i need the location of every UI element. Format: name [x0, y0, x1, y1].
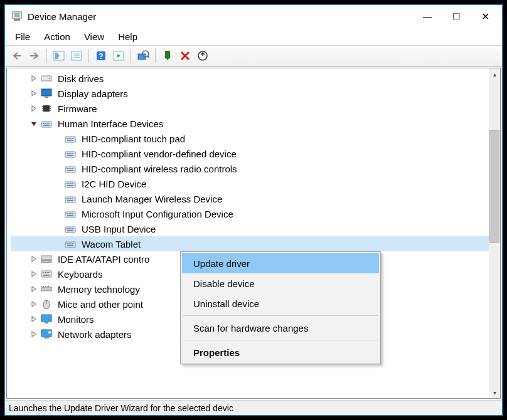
- menu-view[interactable]: View: [78, 29, 110, 45]
- svg-rect-98: [41, 315, 51, 322]
- expander-icon[interactable]: [28, 313, 40, 325]
- svg-rect-4: [18, 13, 19, 17]
- close-button[interactable]: ✕: [471, 5, 499, 28]
- uninstall-button[interactable]: [177, 48, 193, 64]
- tree-item[interactable]: Launch Manager Wireless Device: [11, 191, 489, 206]
- display-icon: [41, 88, 52, 99]
- svg-rect-81: [70, 243, 72, 244]
- enable-button[interactable]: [159, 48, 176, 64]
- expander-icon[interactable]: [28, 253, 40, 265]
- tree-item-label: Display adapters: [56, 88, 130, 100]
- tree-item[interactable]: Human Interface Devices: [11, 116, 489, 131]
- expander-icon[interactable]: [28, 118, 40, 129]
- monitor-icon: [41, 313, 52, 325]
- svg-rect-74: [68, 228, 70, 229]
- hid-icon: [41, 118, 52, 129]
- hid-icon: [65, 238, 76, 249]
- minimize-button[interactable]: —: [413, 5, 442, 28]
- tree-item[interactable]: Firmware: [11, 101, 489, 116]
- context-menu-item[interactable]: Properties: [182, 342, 379, 362]
- context-menu-item[interactable]: Uninstall device: [182, 293, 379, 313]
- expander-icon[interactable]: [28, 103, 40, 114]
- svg-rect-53: [67, 170, 73, 171]
- svg-rect-3: [16, 13, 18, 17]
- svg-rect-59: [67, 185, 73, 186]
- hid-icon: [65, 163, 76, 174]
- hid-icon: [65, 208, 76, 219]
- keyboard-icon: [41, 268, 52, 280]
- svg-rect-35: [43, 125, 50, 126]
- tree-item[interactable]: Microsoft Input Configuration Device: [11, 206, 489, 221]
- show-hide-tree-button[interactable]: [51, 48, 67, 64]
- expander-icon[interactable]: [28, 328, 40, 340]
- tree-item-label: USB Input Device: [80, 223, 157, 235]
- scroll-thumb[interactable]: [489, 130, 499, 243]
- maximize-button[interactable]: ☐: [442, 5, 471, 28]
- svg-rect-68: [68, 213, 70, 214]
- context-menu: Update driverDisable deviceUninstall dev…: [180, 251, 381, 364]
- svg-rect-37: [67, 138, 68, 139]
- svg-rect-80: [68, 243, 70, 244]
- context-menu-item[interactable]: Update driver: [182, 253, 379, 273]
- expander-icon[interactable]: [28, 298, 40, 310]
- scroll-down-button[interactable]: ▾: [489, 387, 500, 398]
- expander-icon[interactable]: [28, 73, 40, 84]
- window-controls: — ☐ ✕: [413, 5, 499, 28]
- svg-rect-42: [65, 152, 75, 157]
- svg-rect-49: [67, 168, 68, 169]
- context-menu-item[interactable]: Scan for hardware changes: [182, 318, 379, 338]
- toolbar-separator: [131, 49, 131, 63]
- tree-item[interactable]: Disk drives: [11, 71, 489, 86]
- vertical-scrollbar[interactable]: ▴ ▾: [489, 68, 500, 398]
- svg-rect-90: [48, 272, 50, 273]
- tree-item-label: Microsoft Input Configuration Device: [80, 208, 235, 220]
- svg-rect-23: [43, 105, 50, 112]
- back-button[interactable]: [9, 48, 25, 64]
- memory-icon: [41, 283, 52, 295]
- svg-rect-38: [68, 138, 70, 139]
- expander-icon[interactable]: [28, 283, 40, 295]
- svg-rect-64: [72, 198, 73, 199]
- menu-file[interactable]: File: [9, 29, 36, 45]
- tree-item[interactable]: Wacom Tablet: [11, 236, 489, 251]
- tree-item[interactable]: HID-compliant vendor-defined device: [11, 146, 489, 161]
- expander-icon[interactable]: [28, 268, 40, 280]
- scroll-track[interactable]: [489, 80, 500, 387]
- menu-action[interactable]: Action: [38, 29, 77, 45]
- svg-rect-94: [45, 286, 46, 287]
- svg-rect-72: [65, 227, 75, 233]
- disk-icon: [41, 73, 52, 84]
- titlebar[interactable]: Device Manager — ☐ ✕: [5, 5, 502, 28]
- expander-spacer: [52, 133, 63, 144]
- tree-item-label: HID-compliant touch pad: [80, 133, 187, 145]
- svg-rect-21: [41, 89, 51, 96]
- svg-rect-1: [14, 19, 20, 21]
- context-menu-item[interactable]: Disable device: [182, 273, 379, 293]
- properties-button[interactable]: [68, 48, 85, 64]
- tree-item-label: IDE ATA/ATAPI contro: [56, 253, 151, 265]
- svg-rect-40: [72, 138, 73, 139]
- expander-spacer: [52, 148, 63, 159]
- action-button[interactable]: [110, 48, 127, 64]
- menu-help[interactable]: Help: [112, 29, 144, 45]
- scroll-up-button[interactable]: ▴: [489, 68, 500, 80]
- tree-item[interactable]: I2C HID Device: [11, 176, 489, 191]
- tree-item[interactable]: USB Input Device: [11, 221, 489, 236]
- svg-rect-39: [70, 138, 72, 139]
- toolbar: ?: [5, 45, 502, 66]
- svg-rect-36: [65, 137, 75, 142]
- update-driver-button[interactable]: [195, 48, 211, 64]
- expander-spacer: [52, 178, 63, 189]
- menubar: File Action View Help: [5, 28, 502, 45]
- scan-hardware-button[interactable]: [135, 48, 151, 64]
- mouse-icon: [41, 298, 52, 310]
- tree-item[interactable]: Display adapters: [11, 86, 489, 101]
- tree-item[interactable]: HID-compliant touch pad: [11, 131, 489, 146]
- hid-icon: [65, 148, 76, 159]
- forward-button[interactable]: [26, 48, 43, 64]
- tree-item[interactable]: HID-compliant wireless radio controls: [11, 161, 489, 176]
- help-button[interactable]: ?: [93, 48, 109, 64]
- expander-icon[interactable]: [28, 88, 40, 99]
- toolbar-separator: [155, 49, 156, 63]
- tree-item-label: Disk drives: [56, 73, 105, 85]
